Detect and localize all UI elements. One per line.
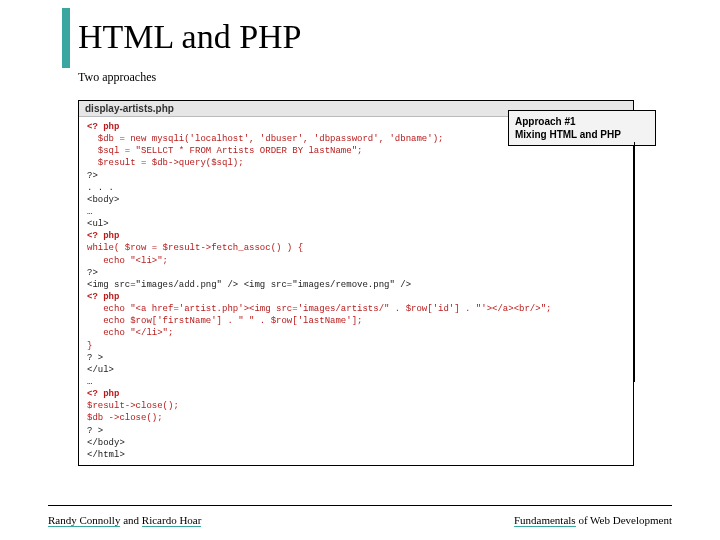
code-line: ?> [87,268,98,278]
code-line: <? php [87,122,119,132]
code-line: <ul> [87,219,109,229]
code-line: <? php [87,389,119,399]
code-line: ? > [87,353,103,363]
code-line: $result = $db->query($sql); [87,158,244,168]
code-line: <? php [87,231,119,241]
code-area: <? php $db = new mysqli('localhost', 'db… [79,117,633,465]
book-word: Fundamentals [514,514,576,527]
code-line: </html> [87,450,125,460]
footer-authors: Randy Connolly and Ricardo Hoar [48,514,201,526]
code-line: while( $row = $result->fetch_assoc() ) { [87,243,303,253]
callout-line2: Mixing HTML and PHP [515,128,649,141]
footer-divider [48,505,672,506]
author-name: Ricardo Hoar [142,514,202,527]
code-line: . . . [87,183,114,193]
accent-bar [62,8,70,68]
author-name: Randy Connolly [48,514,120,527]
callout-box: Approach #1 Mixing HTML and PHP [508,110,656,146]
code-line: echo "</li>"; [87,328,173,338]
code-line: … [87,207,92,217]
code-line: echo "<li>"; [87,256,168,266]
code-line: echo $row['firstName'] . " " . $row['las… [87,316,362,326]
code-line: ?> [87,171,98,181]
code-line: } [87,341,92,351]
callout-connector [634,142,635,382]
code-line: echo "<a href='artist.php'><img src='ima… [87,304,551,314]
footer-and: and [120,514,141,526]
code-line: $db ->close(); [87,413,163,423]
code-box: display-artists.php <? php $db = new mys… [78,100,634,466]
footer-book-title: Fundamentals of Web Development [514,514,672,526]
code-line: <body> [87,195,119,205]
code-line: </ul> [87,365,114,375]
code-line: … [87,377,92,387]
code-line: <img src="images/add.png" /> <img src="i… [87,280,411,290]
book-rest: of Web Development [576,514,672,526]
slide-title: HTML and PHP [78,18,302,56]
code-line: <? php [87,292,119,302]
callout-line1: Approach #1 [515,115,649,128]
code-line: $sql = "SELLCT * FROM Artists ORDER BY l… [87,146,362,156]
slide-subtitle: Two approaches [78,70,156,85]
code-line: ? > [87,426,103,436]
code-line: $result->close(); [87,401,179,411]
code-line: </body> [87,438,125,448]
code-line: $db = new mysqli('localhost', 'dbuser', … [87,134,443,144]
